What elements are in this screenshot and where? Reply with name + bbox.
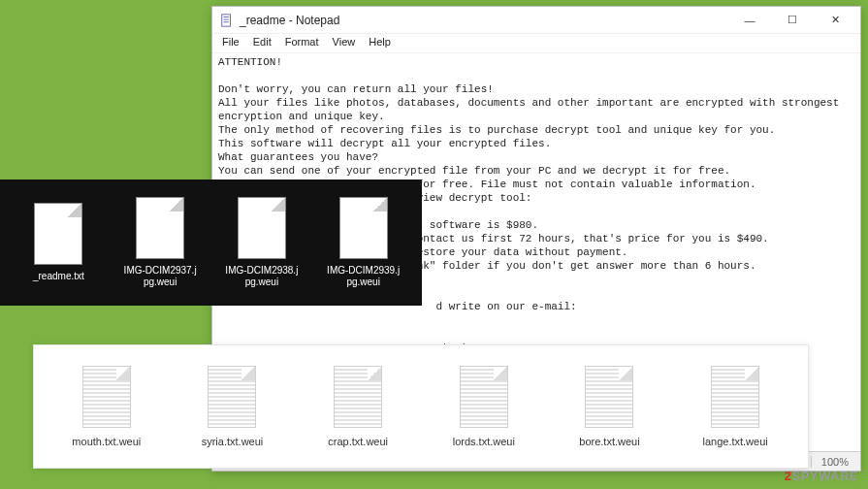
file-icon — [711, 366, 759, 428]
file-icon — [34, 203, 82, 265]
file-label: IMG-DCIM2938.j pg.weui — [213, 265, 310, 288]
close-button[interactable]: ✕ — [814, 7, 856, 34]
file-item[interactable]: _readme.txt — [10, 203, 107, 282]
file-item[interactable]: lange.txt.weui — [682, 366, 788, 447]
file-icon — [238, 197, 286, 259]
file-icon — [460, 366, 508, 428]
menu-format[interactable]: Format — [279, 34, 325, 52]
watermark-text: SPYWARE — [791, 469, 858, 483]
file-icon — [208, 366, 256, 428]
file-icon — [136, 197, 184, 259]
file-icon — [82, 366, 131, 428]
file-item[interactable]: syria.txt.weui — [178, 366, 285, 447]
file-label: lange.txt.weui — [702, 436, 767, 447]
window-title: _readme - Notepad — [240, 14, 728, 27]
menubar: File Edit Format View Help — [212, 34, 860, 53]
dark-file-strip: _readme.txt IMG-DCIM2937.j pg.weui IMG-D… — [0, 179, 422, 306]
menu-edit[interactable]: Edit — [247, 34, 277, 52]
file-label: lords.txt.weui — [453, 436, 515, 447]
file-item[interactable]: bore.txt.weui — [556, 366, 662, 447]
svg-rect-0 — [222, 14, 231, 25]
file-label: mouth.txt.weui — [72, 436, 141, 447]
file-label: _readme.txt — [33, 271, 84, 282]
file-label: bore.txt.weui — [579, 436, 639, 447]
file-item[interactable]: IMG-DCIM2937.j pg.weui — [112, 197, 209, 288]
menu-file[interactable]: File — [216, 34, 245, 52]
file-icon — [334, 366, 382, 428]
file-icon — [339, 197, 388, 259]
minimize-button[interactable]: — — [728, 7, 771, 34]
zoom-level: 100% — [811, 456, 849, 468]
titlebar[interactable]: _readme - Notepad — ☐ ✕ — [212, 7, 860, 34]
file-item[interactable]: mouth.txt.weui — [53, 366, 160, 447]
file-item[interactable]: IMG-DCIM2939.j pg.weui — [315, 197, 412, 288]
watermark: 2SPYWARE — [785, 469, 858, 483]
file-item[interactable]: crap.txt.weui — [305, 366, 411, 447]
notepad-icon — [220, 14, 234, 27]
menu-view[interactable]: View — [327, 34, 362, 52]
file-item[interactable]: lords.txt.weui — [431, 366, 537, 447]
file-label: IMG-DCIM2939.j pg.weui — [315, 265, 412, 288]
menu-help[interactable]: Help — [363, 34, 397, 52]
file-label: syria.txt.weui — [202, 436, 264, 447]
file-icon — [585, 366, 633, 428]
file-label: IMG-DCIM2937.j pg.weui — [112, 265, 209, 288]
maximize-button[interactable]: ☐ — [771, 7, 814, 34]
file-item[interactable]: IMG-DCIM2938.j pg.weui — [213, 197, 310, 288]
file-label: crap.txt.weui — [328, 436, 388, 447]
white-file-strip: mouth.txt.weui syria.txt.weui crap.txt.w… — [33, 344, 809, 469]
